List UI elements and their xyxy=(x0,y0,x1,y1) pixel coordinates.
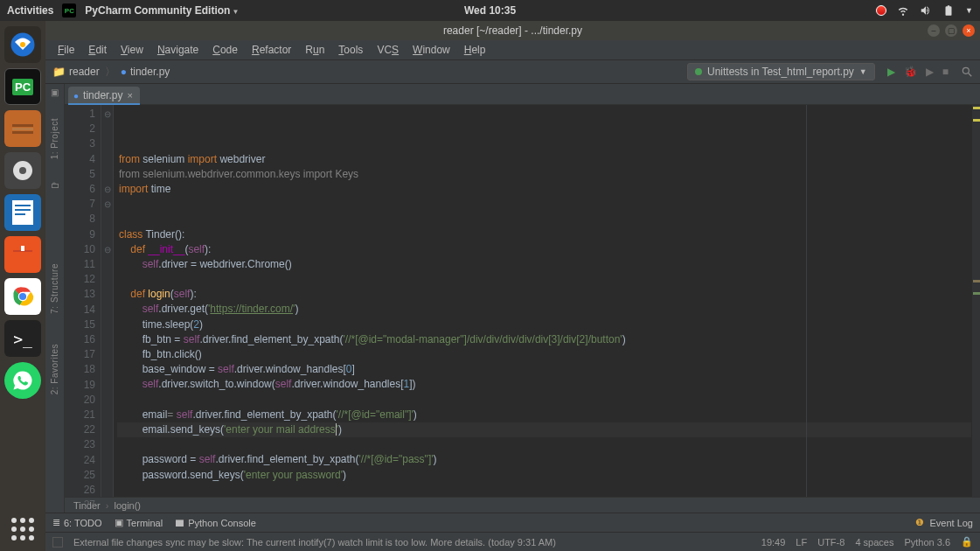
tool-todo[interactable]: ≣6: TODO xyxy=(52,517,102,528)
launcher-files[interactable] xyxy=(4,110,41,147)
svg-rect-7 xyxy=(12,200,33,225)
stop-button[interactable]: ■ xyxy=(942,66,949,78)
lock-icon[interactable]: 🔒 xyxy=(961,536,973,548)
breadcrumb-file[interactable]: ● tinder.py xyxy=(121,66,170,78)
unittest-icon xyxy=(695,68,702,75)
menu-help[interactable]: Help xyxy=(459,42,491,58)
status-indent[interactable]: 4 spaces xyxy=(855,537,893,548)
editor[interactable]: 1234567891011121314151617181920212223242… xyxy=(65,105,980,497)
run-config-selector[interactable]: Unittests in Test_html_report.py ▼ xyxy=(687,63,875,80)
menu-vcs[interactable]: VCS xyxy=(372,42,404,58)
debug-button[interactable]: 🐞 xyxy=(904,66,917,78)
launcher-chrome[interactable] xyxy=(4,278,41,315)
window-title: reader [~/reader] - .../tinder.py xyxy=(443,24,582,37)
show-apps-button[interactable] xyxy=(11,518,34,541)
svg-rect-10 xyxy=(15,213,25,215)
python-file-icon: ● xyxy=(121,66,127,78)
svg-rect-2 xyxy=(12,124,33,127)
activities-button[interactable]: Activities xyxy=(7,4,53,17)
window-close-button[interactable]: × xyxy=(963,24,975,37)
menu-refactor[interactable]: Refactor xyxy=(247,42,296,58)
navigation-toolbar: 📁 reader 〉 ● tinder.py Unittests in Test… xyxy=(45,59,980,84)
menu-tools[interactable]: Tools xyxy=(333,42,368,58)
bottom-tool-window-bar: ≣6: TODO ▣Terminal ⯀Python Console ❶ Eve… xyxy=(45,513,980,532)
folder-icon: 📁 xyxy=(52,66,66,78)
window-maximize-button[interactable]: ▢ xyxy=(945,24,957,37)
status-line-separator[interactable]: LF xyxy=(796,537,807,548)
menu-code[interactable]: Code xyxy=(207,42,243,58)
status-message[interactable]: External file changes sync may be slow: … xyxy=(73,537,751,548)
right-margin-line xyxy=(806,105,807,497)
no-entry-icon[interactable] xyxy=(876,5,886,16)
sound-icon[interactable] xyxy=(920,4,932,17)
ubuntu-top-bar: Activities PC PyCharm Community Edition … xyxy=(0,0,980,21)
svg-line-16 xyxy=(969,73,972,77)
terminal-icon: ▣ xyxy=(115,517,123,528)
menu-file[interactable]: File xyxy=(52,42,80,58)
run-with-coverage-button[interactable]: ▶ xyxy=(926,66,934,78)
menu-bar: File Edit View Navigate Code Refactor Ru… xyxy=(45,40,980,59)
svg-rect-8 xyxy=(15,205,31,206)
svg-rect-9 xyxy=(15,209,31,211)
launcher-pycharm[interactable]: PC xyxy=(4,68,41,105)
balloon-icon: ❶ xyxy=(915,517,924,528)
status-bar: External file changes sync may be slow: … xyxy=(45,532,980,551)
window-minimize-button[interactable]: – xyxy=(928,24,940,37)
menu-navigate[interactable]: Navigate xyxy=(152,42,204,58)
power-dropdown-icon[interactable]: ▼ xyxy=(965,6,973,15)
python-icon: ⯀ xyxy=(175,518,184,528)
launcher-thunderbird[interactable] xyxy=(4,26,41,63)
menu-edit[interactable]: Edit xyxy=(83,42,112,58)
tool-favorites-label[interactable]: 2: Favorites xyxy=(50,344,59,394)
launcher-terminal[interactable]: >_ xyxy=(4,320,41,357)
tool-terminal[interactable]: ▣Terminal xyxy=(115,517,163,528)
unity-launcher: PC >_ xyxy=(0,21,45,551)
line-number-gutter[interactable]: 1234567891011121314151617181920212223242… xyxy=(65,105,101,497)
status-interpreter[interactable]: Python 3.6 xyxy=(904,537,950,548)
battery-icon[interactable] xyxy=(942,4,955,17)
tool-python-console[interactable]: ⯀Python Console xyxy=(175,518,256,528)
svg-rect-4 xyxy=(12,131,33,134)
pycharm-mini-icon: PC xyxy=(62,3,76,17)
tool-structure-label[interactable]: 7: Structure xyxy=(50,263,59,314)
run-button[interactable]: ▶ xyxy=(887,66,895,78)
tool-dir-icon[interactable]: 🗀 xyxy=(51,180,59,190)
error-stripe[interactable] xyxy=(971,105,980,497)
launcher-whatsapp[interactable] xyxy=(4,362,41,399)
code-area[interactable]: from selenium import webdriverfrom selen… xyxy=(114,105,971,497)
tool-project-label[interactable]: 1: Project xyxy=(50,118,59,159)
svg-rect-11 xyxy=(21,246,24,251)
tool-event-log[interactable]: Event Log xyxy=(929,518,973,528)
svg-rect-3 xyxy=(12,128,33,130)
left-tool-window-bar: ▣ 1: Project 🗀 7: Structure 2: Favorites xyxy=(45,84,65,513)
svg-point-15 xyxy=(963,67,969,73)
python-file-icon: ● xyxy=(73,91,79,101)
close-tab-icon[interactable]: × xyxy=(127,90,132,101)
editor-tabs: ● tinder.py × xyxy=(65,84,980,105)
list-icon: ≣ xyxy=(52,517,60,528)
svg-point-6 xyxy=(19,167,26,174)
editor-tab-tinder[interactable]: ● tinder.py × xyxy=(68,87,140,104)
tool-project-icon[interactable]: ▣ xyxy=(51,87,59,97)
pycharm-window: reader [~/reader] - .../tinder.py – ▢ × … xyxy=(45,21,980,551)
search-everywhere-button[interactable] xyxy=(961,66,973,78)
svg-point-1 xyxy=(20,42,25,47)
chevron-down-icon: ▼ xyxy=(859,67,867,76)
status-caret-pos[interactable]: 19:49 xyxy=(761,537,786,548)
clock[interactable]: Wed 10:35 xyxy=(464,4,516,17)
app-menu-dropdown[interactable]: PyCharm Community Edition xyxy=(85,4,239,17)
wifi-icon[interactable] xyxy=(897,4,909,17)
breadcrumb-project[interactable]: 📁 reader xyxy=(52,66,100,78)
menu-run[interactable]: Run xyxy=(300,42,330,58)
editor-breadcrumbs[interactable]: Tinder › login() xyxy=(65,497,980,513)
menu-view[interactable]: View xyxy=(115,42,149,58)
menu-window[interactable]: Window xyxy=(407,42,455,58)
fold-gutter[interactable]: ⊖⊖⊖⊖ xyxy=(101,105,114,497)
tool-windows-quick-access-icon[interactable] xyxy=(52,537,63,548)
launcher-rhythmbox[interactable] xyxy=(4,152,41,189)
status-encoding[interactable]: UTF-8 xyxy=(817,537,844,548)
launcher-ubuntu-software[interactable] xyxy=(4,236,41,273)
launcher-libreoffice-writer[interactable] xyxy=(4,194,41,231)
window-title-bar[interactable]: reader [~/reader] - .../tinder.py – ▢ × xyxy=(45,21,980,40)
